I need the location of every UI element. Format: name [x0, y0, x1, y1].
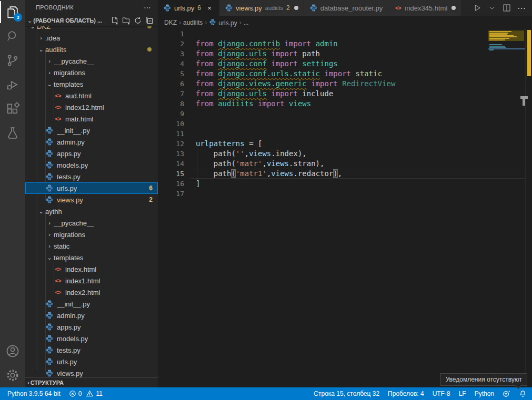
tree-file-aud.html[interactable]: <>aud.html — [25, 90, 158, 101]
tab-views.py[interactable]: views.pyaudiiits2 — [219, 0, 304, 16]
line-number[interactable]: 8 — [158, 99, 184, 109]
tree-file-apps.py[interactable]: apps.py — [25, 148, 158, 159]
new-folder-icon[interactable] — [121, 15, 132, 26]
explorer-icon[interactable]: 3 — [0, 0, 25, 24]
line-number[interactable]: 3 — [158, 49, 184, 59]
tree-file-index1.html[interactable]: <>index1.html — [25, 275, 158, 286]
run-dropdown-chevron-icon[interactable] — [486, 2, 498, 14]
tree-file-__init__.py[interactable]: __init__.py — [25, 125, 158, 136]
tree-folder-static[interactable]: ›static — [25, 240, 158, 252]
split-editor-icon[interactable] — [500, 2, 513, 14]
extensions-icon[interactable] — [0, 97, 25, 121]
scrollbar-t-marker — [520, 96, 528, 106]
testing-icon[interactable] — [0, 121, 25, 145]
more-actions-icon[interactable]: ⋯ — [515, 2, 528, 14]
problems-status[interactable]: 0 11 — [65, 387, 107, 400]
tree-file-views.py[interactable]: views.py2 — [25, 194, 158, 206]
notifications-bell-icon[interactable] — [515, 387, 531, 400]
tree-file-models.py[interactable]: models.py — [25, 333, 158, 344]
tab-database_roouter.py[interactable]: database_roouter.py — [304, 0, 389, 16]
tree-folder-migrations[interactable]: ›migrations — [25, 67, 158, 78]
tree-item-label: templates — [54, 254, 83, 262]
cursor-position-status[interactable]: Строка 15, столбец 32 — [309, 387, 384, 400]
run-debug-icon[interactable] — [0, 73, 25, 97]
tree-folder-__pycache__[interactable]: ›__pycache__ — [25, 217, 158, 229]
tree-item-label: index2.html — [65, 289, 100, 296]
tree-folder-templates[interactable]: ⌄templates — [25, 78, 158, 90]
tree-file-__init__.py[interactable]: __init__.py — [25, 298, 158, 310]
tree-folder-templates[interactable]: ⌄templates — [25, 252, 158, 263]
breadcrumb-item[interactable]: urls.py — [209, 18, 237, 27]
line-number[interactable]: 10 — [158, 119, 184, 129]
breadcrumb-item[interactable]: ... — [244, 19, 249, 26]
line-number[interactable]: 7 — [158, 89, 184, 99]
tree-folder-audiiits[interactable]: ⌄audiiits — [25, 44, 158, 55]
tree-file-index12.html[interactable]: <>index12.html — [25, 101, 158, 113]
collapse-all-icon[interactable] — [144, 15, 155, 26]
encoding-status[interactable]: UTF-8 — [428, 387, 455, 400]
breadcrumb-item[interactable]: DKZ — [164, 19, 177, 26]
run-python-file-icon[interactable] — [471, 2, 484, 14]
source-control-icon[interactable] — [0, 48, 25, 73]
modified-dot-icon[interactable] — [451, 6, 456, 10]
refresh-icon[interactable] — [133, 15, 143, 26]
tree-file-admin.py[interactable]: admin.py — [25, 136, 158, 148]
line-number[interactable]: 2 — [158, 39, 184, 49]
outline-section-header[interactable]: › СТРУКТУРА — [25, 377, 158, 387]
tree-folder-migrations[interactable]: ›migrations — [25, 229, 158, 240]
python-interpreter-status[interactable]: Python 3.9.5 64-bit — [3, 387, 65, 400]
settings-gear-icon[interactable] — [0, 363, 25, 387]
tree-folder-__pycache__[interactable]: ›__pycache__ — [25, 55, 158, 67]
code-line-8: 8from audiiits import views — [158, 99, 532, 109]
line-number[interactable]: 4 — [158, 59, 184, 69]
tree-file-tests.py[interactable]: tests.py — [25, 171, 158, 182]
line-number[interactable]: 13 — [158, 149, 184, 159]
indentation-status[interactable]: Пробелов: 4 — [384, 387, 428, 400]
line-number[interactable]: 15 — [158, 169, 184, 179]
breadcrumb-item[interactable]: audiiits — [183, 19, 203, 26]
chevron-down-icon: ⌄ — [28, 26, 37, 30]
line-number[interactable]: 11 — [158, 129, 184, 139]
eol-status[interactable]: LF — [455, 387, 470, 400]
account-icon[interactable] — [0, 339, 25, 363]
tree-file-models.py[interactable]: models.py — [25, 159, 158, 171]
line-number[interactable]: 12 — [158, 139, 184, 149]
line-number[interactable]: 17 — [158, 189, 184, 199]
code-text: from django.conf import settings — [196, 59, 338, 69]
sidebar-more-actions-icon[interactable]: ⋯ — [142, 3, 154, 12]
tree-file-admin.py[interactable]: admin.py — [25, 310, 158, 321]
tree-file-index.html[interactable]: <>index.html — [25, 263, 158, 275]
chevron-right-icon: › — [45, 243, 54, 249]
language-mode-status[interactable]: Python — [470, 387, 498, 400]
tree-file-apps.py[interactable]: apps.py — [25, 321, 158, 333]
line-number[interactable]: 5 — [158, 69, 184, 79]
line-number[interactable]: 1 — [158, 29, 184, 39]
tree-folder-.idea[interactable]: ›.idea — [25, 32, 158, 44]
tree-file-matr.html[interactable]: <>matr.html — [25, 113, 158, 125]
line-number[interactable]: 14 — [158, 159, 184, 169]
line-number[interactable]: 6 — [158, 79, 184, 89]
editor-scrollbar[interactable] — [525, 29, 532, 387]
tree-item-label: migrations — [54, 231, 85, 239]
tree-item-label: admin.py — [57, 312, 85, 320]
tree-file-views.py[interactable]: views.py — [25, 367, 158, 377]
search-icon[interactable] — [0, 24, 25, 48]
code-editor[interactable]: 12from django.contrib import admin3from … — [158, 29, 532, 387]
modified-dot-icon[interactable] — [294, 6, 298, 10]
new-file-icon[interactable] — [109, 15, 120, 26]
tree-file-index2.html[interactable]: <>index2.html — [25, 286, 158, 298]
line-number[interactable]: 9 — [158, 109, 184, 119]
minimap[interactable] — [488, 29, 525, 387]
tree-file-urls.py[interactable]: urls.py — [25, 356, 158, 367]
tree-folder-aythh[interactable]: ⌄aythh — [25, 206, 158, 217]
line-number[interactable]: 16 — [158, 179, 184, 189]
tab-index345.html[interactable]: <>index345.html — [388, 0, 461, 16]
tab-urls.py[interactable]: urls.py6× — [158, 0, 219, 16]
tree-item-label: matr.html — [65, 115, 93, 123]
tree-file-tests.py[interactable]: tests.py — [25, 344, 158, 356]
close-icon[interactable]: × — [205, 4, 214, 12]
feedback-icon[interactable] — [498, 387, 515, 400]
tree-file-urls.py[interactable]: urls.py6 — [25, 182, 158, 194]
workspace-section-header[interactable]: ⌄ (РАБОЧАЯ ОБЛАСТЬ) ... — [25, 15, 158, 26]
tree-folder-DKZ[interactable]: ⌄DKZ — [25, 26, 158, 32]
